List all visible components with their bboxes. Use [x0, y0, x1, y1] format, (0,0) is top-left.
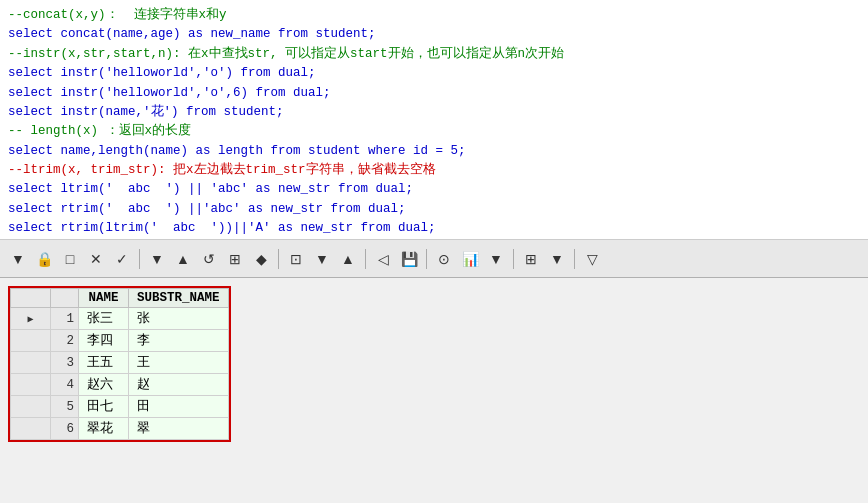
code-line: --ltrim(x, trim_str): 把x左边截去trim_str字符串，…: [8, 161, 860, 180]
header-substr-name: SUBSTR_NAME: [129, 289, 229, 308]
table-row[interactable]: 3王五王: [11, 352, 229, 374]
results-table: NAME SUBSTR_NAME ▶1张三张2李四李3王五王4赵六赵5田七田6翠…: [10, 288, 229, 440]
header-name: NAME: [79, 289, 129, 308]
cell-substr-name: 李: [129, 330, 229, 352]
table-row[interactable]: ▶1张三张: [11, 308, 229, 330]
cell-substr-name: 张: [129, 308, 229, 330]
row-number: 5: [51, 396, 79, 418]
toolbar-btn-dropdown-arrow[interactable]: ▼: [6, 247, 30, 271]
toolbar-separator: [365, 249, 366, 269]
code-line: -- length(x) ：返回x的长度: [8, 122, 860, 141]
toolbar-separator: [278, 249, 279, 269]
table-header: NAME SUBSTR_NAME: [11, 289, 229, 308]
cell-name: 翠花: [79, 418, 129, 440]
code-line: select name,length(name) as length from …: [8, 142, 860, 161]
header-indicator: [11, 289, 51, 308]
code-line: select rtrim(ltrim(' abc '))||'A' as new…: [8, 219, 860, 238]
row-number: 2: [51, 330, 79, 352]
toolbar-btn-circle[interactable]: ⊙: [432, 247, 456, 271]
table-row[interactable]: 2李四李: [11, 330, 229, 352]
toolbar-btn-disk[interactable]: 💾: [397, 247, 421, 271]
code-line: select instr('helloworld','o') from dual…: [8, 64, 860, 83]
toolbar-btn-chart-down[interactable]: ▼: [484, 247, 508, 271]
table-row[interactable]: 4赵六赵: [11, 374, 229, 396]
row-number: 6: [51, 418, 79, 440]
toolbar-separator: [513, 249, 514, 269]
toolbar-btn-left[interactable]: ◁: [371, 247, 395, 271]
toolbar-btn-refresh[interactable]: ↺: [197, 247, 221, 271]
row-indicator: [11, 418, 51, 440]
toolbar-btn-close[interactable]: ✕: [84, 247, 108, 271]
cell-substr-name: 翠: [129, 418, 229, 440]
code-line: select ltrim(' abc ') || 'abc' as new_st…: [8, 180, 860, 199]
results-toolbar: ▼🔒□✕✓▼▲↺⊞◆⊡▼▲◁💾⊙📊▼⊞▼▽: [0, 240, 868, 278]
code-editor[interactable]: --concat(x,y)： 连接字符串x和yselect concat(nam…: [0, 0, 868, 240]
results-area: NAME SUBSTR_NAME ▶1张三张2李四李3王五王4赵六赵5田七田6翠…: [0, 278, 868, 503]
cell-name: 赵六: [79, 374, 129, 396]
row-indicator: [11, 396, 51, 418]
row-indicator: ▶: [11, 308, 51, 330]
toolbar-separator: [139, 249, 140, 269]
toolbar-separator: [426, 249, 427, 269]
cell-substr-name: 王: [129, 352, 229, 374]
results-table-container: NAME SUBSTR_NAME ▶1张三张2李四李3王五王4赵六赵5田七田6翠…: [8, 286, 231, 442]
toolbar-btn-check[interactable]: ✓: [110, 247, 134, 271]
toolbar-btn-lock[interactable]: 🔒: [32, 247, 56, 271]
toolbar-btn-save-up[interactable]: ▲: [336, 247, 360, 271]
row-indicator: [11, 352, 51, 374]
cell-name: 张三: [79, 308, 129, 330]
toolbar-btn-table-icon[interactable]: ⊞: [519, 247, 543, 271]
code-line: select instr(name,'花') from student;: [8, 103, 860, 122]
cell-substr-name: 赵: [129, 374, 229, 396]
code-line: select rtrim(' abc ') ||'abc' as new_str…: [8, 200, 860, 219]
cell-name: 田七: [79, 396, 129, 418]
table-row[interactable]: 5田七田: [11, 396, 229, 418]
code-line: select instr('helloworld','o',6) from du…: [8, 84, 860, 103]
code-line: select concat(name,age) as new_name from…: [8, 25, 860, 44]
table-body: ▶1张三张2李四李3王五王4赵六赵5田七田6翠花翠: [11, 308, 229, 440]
row-indicator: [11, 330, 51, 352]
toolbar-btn-save-box[interactable]: ⊡: [284, 247, 308, 271]
toolbar-btn-box[interactable]: □: [58, 247, 82, 271]
code-line: --concat(x,y)： 连接字符串x和y: [8, 6, 860, 25]
code-line: --instr(x,str,start,n): 在x中查找str, 可以指定从s…: [8, 45, 860, 64]
row-number: 4: [51, 374, 79, 396]
header-rownum: [51, 289, 79, 308]
toolbar-btn-down[interactable]: ▼: [145, 247, 169, 271]
cell-name: 王五: [79, 352, 129, 374]
row-indicator: [11, 374, 51, 396]
toolbar-btn-table-down[interactable]: ▼: [545, 247, 569, 271]
cell-name: 李四: [79, 330, 129, 352]
toolbar-btn-filter[interactable]: ▽: [580, 247, 604, 271]
toolbar-btn-diamond[interactable]: ◆: [249, 247, 273, 271]
table-row[interactable]: 6翠花翠: [11, 418, 229, 440]
cell-substr-name: 田: [129, 396, 229, 418]
toolbar-btn-save-down[interactable]: ▼: [310, 247, 334, 271]
toolbar-btn-chart[interactable]: 📊: [458, 247, 482, 271]
toolbar-btn-grid[interactable]: ⊞: [223, 247, 247, 271]
row-arrow-icon: ▶: [27, 314, 33, 325]
toolbar-btn-up[interactable]: ▲: [171, 247, 195, 271]
toolbar-separator: [574, 249, 575, 269]
row-number: 1: [51, 308, 79, 330]
row-number: 3: [51, 352, 79, 374]
